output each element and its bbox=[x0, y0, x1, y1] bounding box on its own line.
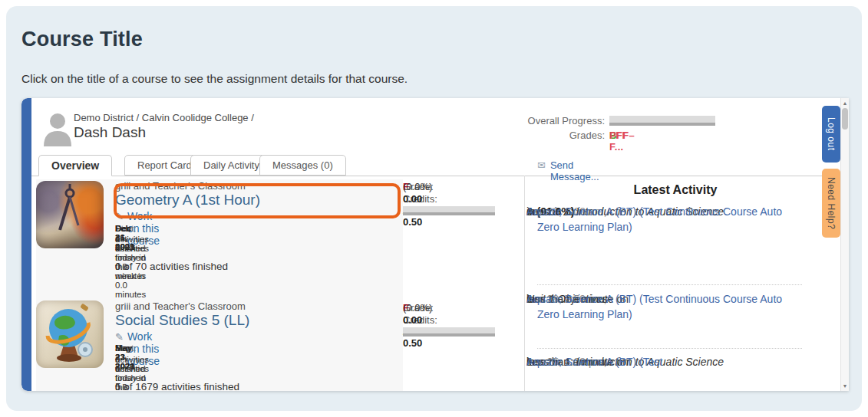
page-description: Click on the title of a course to see th… bbox=[21, 72, 408, 86]
activities-finished-summary: 5 of 1679 activities finished bbox=[115, 381, 239, 391]
grades-label: Grades: bbox=[451, 130, 605, 141]
entry-divider bbox=[537, 348, 802, 349]
activity-course-link[interactable]: Aquatic Science A (BT) (Test Continuous … bbox=[537, 291, 800, 322]
send-message-link[interactable]: ✉Send Message... bbox=[537, 159, 550, 171]
overall-progress-label: Overall Progress: bbox=[451, 115, 605, 126]
logout-button[interactable]: Log out bbox=[822, 106, 840, 163]
overall-progress-bar bbox=[609, 116, 715, 126]
pencil-icon: ✎ bbox=[115, 211, 124, 222]
latest-activity-title: Latest Activity bbox=[530, 183, 821, 197]
send-message-label: Send Message... bbox=[550, 159, 599, 182]
scroll-down-icon[interactable]: ▼ bbox=[841, 383, 849, 389]
course-progress-bar bbox=[403, 327, 495, 337]
tab-messages[interactable]: Messages (0) bbox=[259, 155, 346, 176]
activity-course-link[interactable]: Aquatic Science A (BT) (Test bbox=[537, 354, 662, 369]
work-on-course-link[interactable]: ✎Work on this course bbox=[115, 330, 127, 343]
scrollbar[interactable]: ▲ ▼ bbox=[840, 98, 849, 391]
dashboard-screenshot: Demo District / Calvin Coolidge College … bbox=[21, 98, 849, 391]
scroll-up-icon[interactable]: ▲ bbox=[841, 100, 849, 106]
need-help-button[interactable]: Need Help? bbox=[822, 169, 840, 238]
grades-red-2: PFF–F... bbox=[609, 130, 635, 153]
course-classroom: griii and Teacher's Classroom bbox=[115, 180, 246, 192]
compass-icon bbox=[36, 181, 104, 248]
tab-overview[interactable]: Overview bbox=[38, 155, 112, 176]
globe-icon bbox=[36, 300, 104, 368]
course-classroom: griii and Teacher's Classroom bbox=[115, 300, 246, 312]
pencil-icon: ✎ bbox=[115, 331, 124, 343]
breadcrumb[interactable]: Demo District / Calvin Coolidge College … bbox=[74, 112, 254, 123]
course-progress-bar bbox=[403, 206, 495, 215]
envelope-icon: ✉ bbox=[537, 159, 546, 171]
student-name: Dash Dash bbox=[74, 124, 146, 141]
activities-finished-summary: 0 of 70 activities finished bbox=[115, 261, 228, 272]
work-on-course-link[interactable]: ✎Work on this course bbox=[115, 210, 127, 222]
tab-divider bbox=[31, 176, 841, 176]
entry-divider bbox=[537, 284, 802, 285]
column-divider bbox=[524, 176, 525, 391]
scrollbar-thumb[interactable] bbox=[842, 108, 848, 130]
page-title: Course Title bbox=[21, 28, 143, 51]
activity-course-link[interactable]: Aquatic Science A (BT) (Test Continuous … bbox=[537, 204, 800, 235]
help-panel: Course Title Click on the title of a cou… bbox=[6, 6, 862, 411]
avatar bbox=[41, 110, 74, 146]
course-thumbnail-geometry[interactable] bbox=[36, 181, 104, 248]
course-title-link[interactable]: Social Studies 5 (LL) bbox=[115, 312, 249, 329]
course-thumbnail-globe[interactable] bbox=[36, 300, 104, 368]
left-accent-bar bbox=[21, 98, 31, 391]
course-title-link[interactable]: Geometry A (1st Hour) bbox=[115, 192, 260, 208]
